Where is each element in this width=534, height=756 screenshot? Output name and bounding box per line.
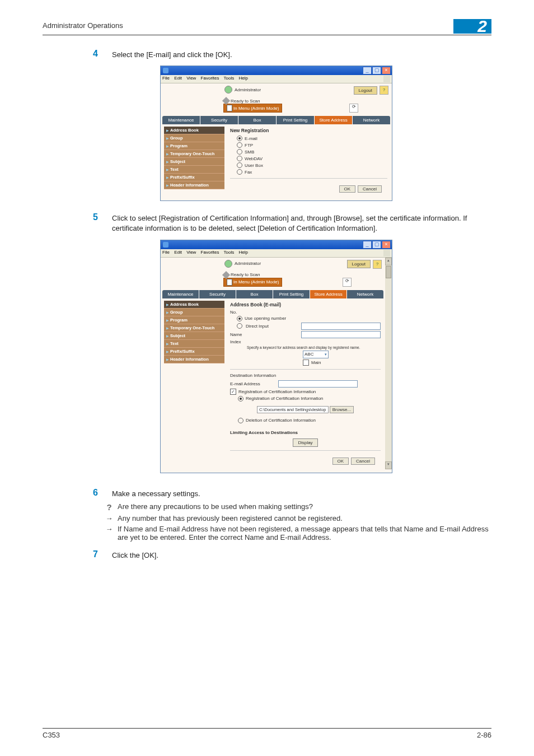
- menu-edit[interactable]: Edit: [174, 250, 182, 255]
- opt-label: Fax: [245, 170, 252, 175]
- tab-print-setting[interactable]: Print Setting: [277, 116, 315, 124]
- opt-label: WebDAV: [245, 156, 263, 161]
- refresh-icon[interactable]: ⟳: [349, 104, 358, 113]
- path-input[interactable]: C:\Documents and Settings\desktop: [257, 406, 329, 413]
- reg-cert-radio[interactable]: [238, 396, 243, 402]
- answer-text: Any number that has previously been regi…: [118, 514, 343, 522]
- sidebar-item-temporary[interactable]: Temporary One-Touch: [164, 324, 224, 332]
- dest-info-label: Destination Information: [230, 373, 381, 378]
- sidebar-item-text[interactable]: Text: [164, 166, 224, 174]
- logout-button[interactable]: Logout: [347, 260, 371, 268]
- radio-email[interactable]: [237, 136, 242, 141]
- panel-title: Address Book (E-mail): [230, 302, 381, 307]
- sidebar-item-text[interactable]: Text: [164, 340, 224, 348]
- browse-button[interactable]: Browse...: [330, 406, 354, 413]
- name-input[interactable]: [301, 331, 381, 338]
- display-button[interactable]: Display: [293, 438, 317, 447]
- cancel-button[interactable]: Cancel: [358, 185, 382, 193]
- tab-box[interactable]: Box: [238, 116, 277, 124]
- close-icon[interactable]: ×: [382, 241, 391, 249]
- menu-view[interactable]: View: [186, 76, 196, 81]
- radio-use-opening[interactable]: [237, 316, 242, 321]
- ok-button[interactable]: OK: [339, 185, 356, 193]
- email-input[interactable]: [278, 380, 358, 388]
- ok-button[interactable]: OK: [332, 458, 349, 465]
- tabs: Maintenance Security Box Print Setting S…: [162, 116, 390, 124]
- maximize-icon[interactable]: ▢: [372, 241, 381, 249]
- ie-logo-icon: [383, 250, 390, 256]
- radio-webdav[interactable]: [237, 156, 242, 161]
- reg-cert-radio-label: Registration of Certification Informatio…: [246, 396, 323, 401]
- tab-print-setting[interactable]: Print Setting: [273, 290, 310, 298]
- radio-smb[interactable]: [237, 149, 242, 155]
- menubar: File Edit View Favorites Tools Help: [161, 75, 392, 83]
- main-panel: Address Book (E-mail) No. Use opening nu…: [224, 301, 382, 469]
- minimize-icon[interactable]: _: [363, 241, 372, 249]
- menu-tools[interactable]: Tools: [224, 76, 235, 81]
- radio-userbox[interactable]: [237, 162, 242, 168]
- menu-edit[interactable]: Edit: [174, 76, 182, 81]
- radio-fax[interactable]: [237, 169, 242, 175]
- scrollbar[interactable]: ▴ ▾: [385, 258, 392, 469]
- tab-store-address[interactable]: Store Address: [310, 290, 347, 298]
- scroll-thumb[interactable]: [386, 266, 391, 278]
- step-text: Select the [E-mail] and click the [OK].: [112, 49, 232, 60]
- tab-box[interactable]: Box: [236, 290, 273, 298]
- email-label: E-mail Address: [230, 381, 275, 386]
- page-footer: C353 2-86: [43, 728, 491, 739]
- tab-security[interactable]: Security: [199, 290, 236, 298]
- number-input[interactable]: [301, 323, 381, 330]
- reg-cert-label: Registration of Certification Informatio…: [238, 389, 316, 394]
- status-text: Ready to Scan: [231, 272, 260, 277]
- logout-button[interactable]: Logout: [354, 86, 377, 95]
- sidebar-item-header[interactable]: Header Information: [164, 356, 224, 363]
- opt-label: User Box: [245, 163, 263, 168]
- help-icon[interactable]: ?: [373, 260, 382, 269]
- user-icon: [224, 260, 232, 268]
- cancel-button[interactable]: Cancel: [351, 458, 375, 465]
- sidebar-item-subject[interactable]: Subject: [164, 158, 224, 166]
- help-icon[interactable]: ?: [380, 86, 388, 95]
- sidebar-item-prefix[interactable]: Prefix/Suffix: [164, 348, 224, 356]
- sidebar-item-address-book[interactable]: Address Book: [164, 127, 224, 134]
- section-number-badge: 2: [453, 19, 491, 34]
- tab-network[interactable]: Network: [347, 290, 383, 298]
- tab-store-address[interactable]: Store Address: [315, 116, 353, 124]
- sidebar-item-program[interactable]: Program: [164, 142, 224, 150]
- sidebar-item-header[interactable]: Header Information: [164, 181, 224, 189]
- tab-network[interactable]: Network: [353, 116, 390, 124]
- menu-view[interactable]: View: [186, 250, 196, 255]
- menu-file[interactable]: File: [162, 250, 170, 255]
- menu-help[interactable]: Help: [239, 250, 248, 255]
- radio-direct-input[interactable]: [237, 323, 242, 329]
- main-checkbox[interactable]: [303, 360, 309, 366]
- index-select[interactable]: ABC▾: [303, 351, 329, 358]
- tab-maintenance[interactable]: Maintenance: [162, 290, 199, 298]
- radio-ftp[interactable]: [237, 142, 242, 148]
- menubar: File Edit View Favorites Tools Help: [161, 249, 392, 258]
- status-text: Ready to Scan: [231, 99, 260, 104]
- scroll-up-icon[interactable]: ▴: [385, 258, 392, 265]
- menu-file[interactable]: File: [162, 76, 170, 81]
- sidebar-item-group[interactable]: Group: [164, 134, 224, 142]
- titlebar: _ ▢ ×: [161, 66, 392, 75]
- sidebar-item-subject[interactable]: Subject: [164, 332, 224, 340]
- sidebar-item-group[interactable]: Group: [164, 309, 224, 316]
- menu-favorites[interactable]: Favorites: [201, 76, 219, 81]
- sidebar-item-prefix[interactable]: Prefix/Suffix: [164, 174, 224, 181]
- close-icon[interactable]: ×: [382, 67, 391, 74]
- tab-maintenance[interactable]: Maintenance: [162, 116, 200, 124]
- tab-security[interactable]: Security: [200, 116, 238, 124]
- refresh-icon[interactable]: ⟳: [343, 278, 352, 287]
- reg-cert-checkbox[interactable]: [230, 389, 236, 395]
- minimize-icon[interactable]: _: [363, 67, 372, 74]
- scroll-down-icon[interactable]: ▾: [385, 461, 392, 469]
- menu-tools[interactable]: Tools: [224, 250, 235, 255]
- sidebar-item-program[interactable]: Program: [164, 316, 224, 324]
- del-cert-radio[interactable]: [238, 418, 243, 423]
- sidebar-item-address-book[interactable]: Address Book: [164, 301, 224, 309]
- sidebar-item-temporary[interactable]: Temporary One-Touch: [164, 150, 224, 158]
- menu-favorites[interactable]: Favorites: [201, 250, 219, 255]
- maximize-icon[interactable]: ▢: [372, 67, 381, 74]
- menu-help[interactable]: Help: [239, 76, 248, 81]
